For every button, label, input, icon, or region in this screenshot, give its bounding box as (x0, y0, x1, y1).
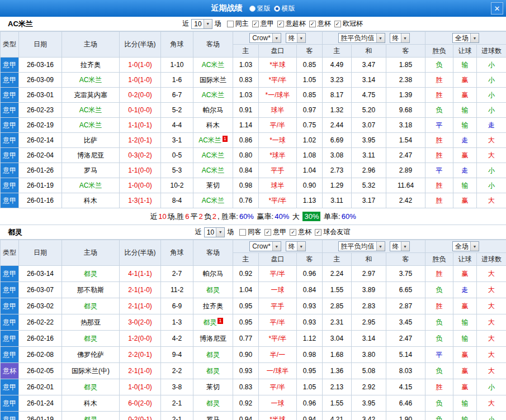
filter-checkbox-意甲[interactable]: ✓意甲 (252, 19, 274, 28)
match-count-select[interactable]: 10 ▼ (204, 227, 225, 237)
filter-checkbox-欧冠杯[interactable]: ✓欧冠杯 (334, 19, 363, 28)
result-goals: 大 (477, 363, 506, 379)
radio-label: 竖版 (257, 4, 271, 13)
result-handicap: 赢 (453, 73, 477, 88)
match-row: 意甲26-02-04博洛尼亚0-3(0-2)0-5AC米兰0.80*球半1.08… (1, 148, 506, 163)
avg-home: 6.69 (323, 133, 352, 148)
league-badge: 意甲 (1, 163, 19, 178)
away-team: 都灵 (193, 363, 233, 379)
filter-checkbox-意杯[interactable]: ✓意杯 (290, 227, 311, 237)
avg-draw: 2.92 (352, 379, 386, 395)
filter-checkbox-同主[interactable]: 同主 (227, 19, 249, 28)
odds-away: 0.93 (297, 298, 323, 314)
odds-away: 1.02 (297, 133, 323, 148)
summary-segment: 10 (158, 212, 166, 221)
checkbox-checked-icon: ✓ (309, 21, 316, 27)
sub-col-result-wdl: 胜负 (425, 253, 453, 266)
away-team: 都灵 (193, 395, 233, 412)
odds-away: 1.05 (297, 73, 323, 88)
radio-label: 横版 (282, 4, 295, 13)
home-team: 都灵 (62, 412, 120, 420)
away-team: 博洛尼亚 (193, 331, 233, 347)
checkbox-label: 意甲 (273, 227, 286, 237)
result-goals: 小 (477, 412, 506, 420)
result-wdl: 平 (425, 163, 453, 178)
sub-col-result-goals: 进球数 (477, 253, 506, 266)
avg-home: 4.49 (323, 58, 352, 73)
filter-checkbox-意甲[interactable]: ✓意甲 (264, 227, 286, 237)
result-goals: 大 (477, 314, 506, 331)
result-handicap: 走 (453, 163, 477, 178)
avg-draw: 3.80 (352, 347, 386, 363)
league-badge: 意甲 (1, 282, 19, 298)
match-row: 意甲26-02-01都灵1-0(1-0)3-8莱切0.83平/半1.052.13… (1, 379, 506, 395)
corners: 9-4 (161, 347, 193, 363)
record-summary: 近10场,胜6平2负2, 胜率:60% 赢率:40% 大 30% 单率:60% (0, 208, 506, 225)
odds-home: 0.77 (233, 331, 259, 347)
handicap: 一球 (259, 395, 297, 412)
corners: 2-1 (161, 412, 193, 420)
home-team: 罗马 (62, 163, 120, 178)
sub-col-avg-draw: 和 (352, 253, 386, 266)
handicap: 平/半 (259, 266, 297, 282)
wdl-average-select[interactable]: 胜平负均值 ▼ (338, 241, 385, 251)
avg-draw: 3.07 (352, 118, 386, 133)
odds-away: 0.96 (297, 395, 323, 412)
score: 0-2(0-1) (120, 412, 161, 420)
wdl-average-select[interactable]: 胜平负均值 ▼ (338, 33, 385, 43)
layout-radio-vertical[interactable]: 竖版 (249, 4, 271, 13)
result-wdl: 胜 (425, 193, 453, 208)
wdl-stage-select[interactable]: 终 ▼ (390, 241, 410, 251)
league-badge: 意甲 (1, 178, 19, 193)
odds-away: 0.95 (297, 363, 323, 379)
league-filter-list: 同客✓意甲✓意杯✓球会友谊 (236, 227, 350, 237)
away-team: 帕尔马 (193, 266, 233, 282)
checkbox-label: 意杯 (318, 19, 331, 28)
handicap: *一球 (259, 133, 297, 148)
odds-stage-select[interactable]: 终 ▼ (286, 241, 306, 251)
league-badge: 意甲 (1, 148, 19, 163)
scope-select[interactable]: 全场 ▼ (452, 241, 479, 251)
match-row: 意甲26-02-22热那亚3-0(2-0)1-3都灵10.95平/半0.932.… (1, 314, 506, 331)
avg-draw: 5.32 (352, 178, 386, 193)
scope-group-header: 全场 ▼ (425, 240, 506, 253)
layout-radio-horizontal[interactable]: 横版 (274, 4, 295, 13)
away-team: AC米兰 (193, 88, 233, 103)
odds-away: 1.08 (297, 148, 323, 163)
match-date: 26-03-16 (19, 58, 62, 73)
scope-select[interactable]: 全场 ▼ (452, 33, 479, 43)
filter-checkbox-意超杯[interactable]: ✓意超杯 (277, 19, 306, 28)
home-team: 博洛尼亚 (62, 148, 120, 163)
result-wdl: 负 (425, 331, 453, 347)
checkbox-checked-icon: ✓ (277, 21, 284, 27)
filter-checkbox-球会友谊[interactable]: ✓球会友谊 (315, 227, 350, 237)
odds-home: 0.86 (233, 133, 259, 148)
close-button[interactable]: ✕ (491, 2, 503, 15)
match-row: 意甲26-02-08佛罗伦萨2-2(0-1)9-4都灵0.90半/一0.981.… (1, 347, 506, 363)
sub-col-avg-home: 主 (323, 45, 352, 58)
home-team: 都灵 (62, 266, 120, 282)
select-value: 10 (207, 228, 214, 236)
score: 1-2(0-0) (120, 331, 161, 347)
filter-checkbox-同客[interactable]: 同客 (239, 227, 261, 237)
match-row: 意甲26-03-16拉齐奥1-0(1-0)1-10AC米兰1.03*半球0.85… (1, 58, 506, 73)
match-date: 26-02-08 (19, 347, 62, 363)
bookmaker-select[interactable]: Crow* ▼ (249, 33, 281, 43)
wdl-stage-select[interactable]: 终 ▼ (390, 33, 410, 43)
corners: 1-10 (161, 58, 193, 73)
home-team: AC米兰 (62, 103, 120, 118)
sub-col-result-handicap: 让球 (453, 253, 477, 266)
avg-away: 3.75 (386, 266, 425, 282)
result-handicap: 输 (453, 314, 477, 331)
league-badge: 意杯 (1, 363, 19, 379)
col-corner: 角球 (161, 240, 193, 266)
avg-home: 1.55 (323, 395, 352, 412)
summary-segment: , 胜率: (217, 212, 238, 221)
filter-checkbox-意杯[interactable]: ✓意杯 (309, 19, 331, 28)
odds-stage-select[interactable]: 终 ▼ (286, 33, 306, 43)
avg-away: 9.68 (386, 103, 425, 118)
col-type: 类型 (1, 240, 19, 266)
match-date: 26-03-02 (19, 298, 62, 314)
match-count-select[interactable]: 10 ▼ (191, 19, 212, 29)
bookmaker-select[interactable]: Crow* ▼ (249, 241, 281, 251)
